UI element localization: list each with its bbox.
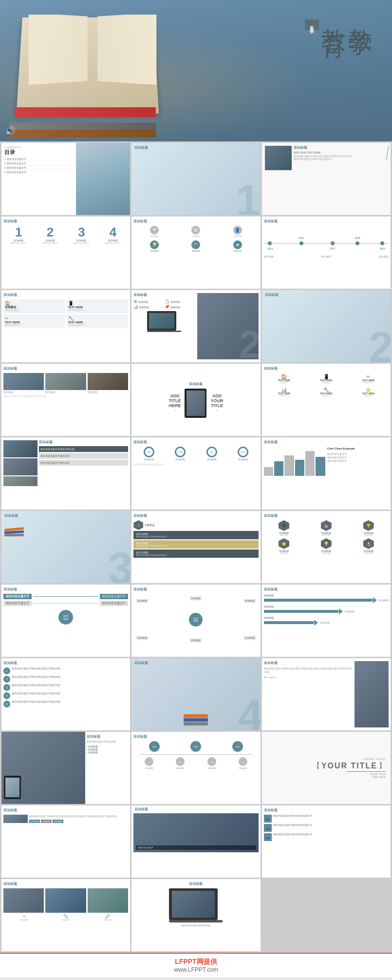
hexicon-3-shape: 🏆 xyxy=(363,520,374,531)
icon-umbrella: ☂ 添加标题 xyxy=(150,226,159,237)
slide-photos-title: 添加标题 xyxy=(3,367,128,371)
arr-end-2: 添加标题 xyxy=(345,610,355,613)
contents-item-3: 3相关内容主题文字 xyxy=(4,165,72,169)
ph-row-1 xyxy=(3,888,44,913)
photo-3 xyxy=(88,373,128,390)
icon6-1-sub: 内容文字 xyxy=(265,382,303,384)
bracket-open: 【 xyxy=(313,762,320,770)
light-text-2: 相关内容主题文字相关内容 xyxy=(39,460,128,466)
icon-person-circle: 👤 xyxy=(233,226,242,235)
r10-3-icon-2: 📷 xyxy=(264,824,272,832)
hex-work-label: 工作节点 xyxy=(145,524,154,527)
photo-2 xyxy=(45,373,86,390)
icon-gear-item: ⚙ 添加标题 xyxy=(191,226,200,237)
hero-section: 教育教学 xxx 教育 教学 🔊 xyxy=(0,0,392,141)
pstep-1-end: 相关内容主题文字 xyxy=(100,594,128,599)
hero-title-text2: 教学 xyxy=(348,10,373,15)
numlist-item-3: 3 相关内容主题文字相关内容主题文字相关内容 xyxy=(3,684,128,691)
bar-1 xyxy=(264,467,273,476)
slide-3photos-row: 添加标题 ∞ 添加标题 🔍 添加标题 🔎 添加标题 xyxy=(1,879,130,951)
flow-bot-2-label: 添加标题 xyxy=(176,767,185,769)
big-number-3: 3 xyxy=(108,547,130,583)
icon6-3: ✏ TEXT HERE 内容文字 xyxy=(348,373,389,385)
hexicon-3-sub: 相关内容 xyxy=(348,534,389,536)
laptop-base-bar xyxy=(147,331,181,332)
circle-2-label: 添加标题 xyxy=(175,458,186,461)
slide-arrows: 添加标题 添加标题 添加标题 添加标题 添加标题 添加标题 添加标题 xyxy=(262,585,391,657)
mini-text-2: 相关内容主题文字相关内容主题文字 xyxy=(294,158,388,161)
lg-2-icon: 📋 xyxy=(165,299,169,304)
numlist-circle-4: 4 xyxy=(3,692,10,699)
laptop-screen-display xyxy=(149,313,174,329)
th-title: 添加标题 xyxy=(87,735,128,739)
r10-tag-1: 添加标题 xyxy=(29,820,40,823)
slide-procsteps-title: 添加标题 xyxy=(3,588,128,592)
flow-bot-4-label: 添加标题 xyxy=(239,767,247,769)
pstep-1-line xyxy=(33,596,98,597)
slide-row10-3: 添加标题 📷 相关内容主题文字相关内容主题文字 📷 相关内容主题文字相关内容主题… xyxy=(262,805,391,878)
lg-2: 📋 标题标题 xyxy=(165,299,195,304)
flow-bot-4-circle: ● xyxy=(239,757,247,766)
icon-box-2-text: 相关内容主题文字 xyxy=(68,309,127,311)
ph-label-3: 添加标题 xyxy=(104,919,112,921)
icon6-2-sym: 📱 xyxy=(307,374,345,379)
num-list: 1 相关内容主题文字相关内容主题文字相关内容 2 相关内容主题文字相关内容主题文… xyxy=(3,667,128,707)
footer-watermark: LFPPT网提供 www.LFPPT.com xyxy=(0,953,392,977)
b4-bk-2 xyxy=(184,718,208,722)
arr-end-3: 添加标题 xyxy=(320,622,330,624)
numlist-text-5: 相关内容主题文字相关内容主题文字相关内容 xyxy=(12,701,60,703)
r10-3-text-1: 相关内容主题文字相关内容主题文字 xyxy=(273,815,312,823)
slide-flowchart: 添加标题 添加 添加 添加 ● 添加标题 ● 添加标题 xyxy=(131,732,260,804)
col-num-3: 3 xyxy=(66,226,97,238)
hexicon-2: 📚 添加标题 相关内容 xyxy=(306,520,346,536)
flow-bot-2-circle: ● xyxy=(176,757,185,766)
hexicon-1-shape: 🎓 xyxy=(279,520,289,531)
icon-umbrella-circle: ☂ xyxy=(150,226,159,235)
slide-photo-addtext: 添加标题 ADD YOUR TEXT HERE 相关内容主题文字相关内容主题文字… xyxy=(262,143,391,215)
your-title-line xyxy=(347,771,386,772)
hexicon-1-sub: 相关内容 xyxy=(264,534,304,536)
col-sub-3: 相关内容主题文字 xyxy=(66,242,97,244)
pstep-2-box: 相关内容主题文字 xyxy=(3,601,32,606)
hero-books-area xyxy=(0,15,185,141)
hex-center: 工 xyxy=(133,520,143,530)
classroom-bg: 相关内容主题文字 xyxy=(133,813,258,852)
contents-left: CONCENTS 目录 1相关内容主题文字 2相关内容主题文字 3相关内容主题文… xyxy=(4,146,72,174)
icon-star-label: 添加标题 xyxy=(233,250,242,252)
tablet-hand-text: 添加标题 相关内容主题文字相关内容 • 添加标题 • 添加标题 • 添加标题 xyxy=(87,735,128,754)
icon6-5: 🔧 TEXT HERE 内容文字 xyxy=(306,386,346,398)
icon-gear-circle: ⚙ xyxy=(191,226,200,235)
flow-bottom: ● 添加标题 ● 添加标题 ● 添加标题 ● 添加标题 xyxy=(133,757,258,769)
tl-label-1: 标注描述 xyxy=(264,255,274,258)
icon-boxes-grid: 🏠 全面整合 相关内容主题文字 📱 TEXT HERE 相关内容主题文字 ✏ T… xyxy=(3,299,128,328)
r10-3-icon-3: 📷 xyxy=(264,833,272,841)
hex-p3-desc: 相关内容主题文字相关内容主题文字 xyxy=(136,554,256,556)
numlist-circle-5: 5 xyxy=(3,701,10,707)
icon-flag-circle: 🏁 xyxy=(191,240,200,249)
arr-fill-2 xyxy=(264,610,339,613)
slide-circles-title: 添加标题 xyxy=(133,440,258,445)
icon6-6: ⭐ TEXT HERE 内容文字 xyxy=(348,386,389,398)
th-item-2: • 添加标题 xyxy=(87,748,128,751)
contents-photo xyxy=(76,143,130,215)
icon-person-label: 添加标题 xyxy=(233,235,242,237)
hexicon-4: ⭐ 添加标题 相关内容 xyxy=(264,538,304,554)
dark-text-1: 相关内容主题文字相关内容主题 xyxy=(39,446,128,452)
add-label-r: ADD xyxy=(210,393,223,398)
icon-box-4-text: 相关内容主题文字 xyxy=(68,324,127,326)
slide-4col-title: 添加标题 xyxy=(3,219,128,224)
arr-bar-2: 添加标题 xyxy=(264,608,389,614)
slide-photos-left: 添加标题 相关内容主题文字相关内容主题 相关内容主题文字相关内容 相关内容主题文… xyxy=(1,437,130,510)
hex-process-3: 成功点标题 相关内容主题文字相关内容主题文字 xyxy=(133,549,258,558)
slide-row10-1: 添加标题 相关内容主题文字相关内容主题文字相关内容主题文字相关内容主题文字相关内… xyxy=(1,805,130,878)
book-spine-brown xyxy=(7,130,156,137)
tablet-hand-device xyxy=(4,776,21,799)
arr-arrow-3 xyxy=(314,620,318,626)
circle-4-ring: 11% xyxy=(238,447,248,457)
icon-star-item: ★ 添加标题 xyxy=(233,240,242,252)
tl-dot-2019: 2019 xyxy=(380,241,384,245)
lg-4: 📌 标题标题 xyxy=(165,305,195,309)
here-label: HERE xyxy=(168,403,181,408)
arrow-row-1: 添加标题 添加标题 xyxy=(264,594,389,603)
arr-end-1: 添加标题 xyxy=(379,599,389,602)
